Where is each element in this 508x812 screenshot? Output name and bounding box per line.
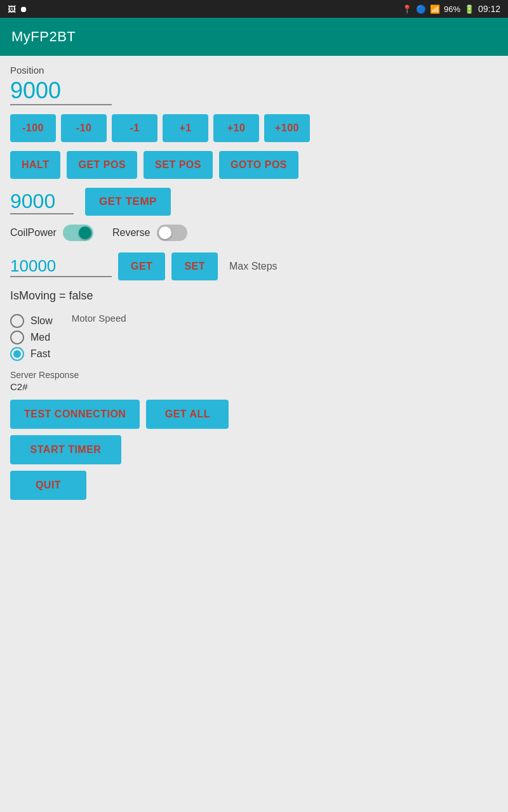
- coilpower-thumb: [79, 226, 91, 239]
- position-value: 9000: [10, 77, 112, 105]
- coilpower-label: CoilPower: [10, 227, 57, 239]
- app-title: MyFP2BT: [11, 29, 76, 45]
- get-pos-button[interactable]: GET POS: [67, 151, 137, 179]
- battery-text: 96%: [444, 4, 460, 14]
- maxsteps-label: Max Steps: [229, 261, 277, 272]
- battery-icon: 🔋: [464, 4, 474, 14]
- toggle-row: CoilPower Reverse: [10, 225, 498, 241]
- get-all-button[interactable]: GET ALL: [146, 400, 229, 429]
- radio-med[interactable]: Med: [10, 331, 53, 344]
- status-bar-right: 📍 🔵 📶 96% 🔋 09:12: [402, 4, 500, 14]
- gallery-icon: 🖼: [8, 4, 16, 14]
- reverse-thumb: [159, 226, 171, 239]
- clock: 09:12: [478, 4, 500, 14]
- get-maxsteps-button[interactable]: GET: [118, 252, 165, 280]
- bottom-buttons-row1: TEST CONNECTION GET ALL: [10, 400, 498, 429]
- location-icon: 📍: [402, 4, 412, 14]
- radio-fast[interactable]: Fast: [10, 347, 53, 361]
- second-position-value: 9000: [10, 189, 74, 214]
- step-minus10-button[interactable]: -10: [61, 114, 107, 142]
- motor-speed-section: Slow Med Fast Motor Speed: [10, 311, 498, 361]
- app-bar: MyFP2BT: [0, 18, 508, 56]
- step-minus1-button[interactable]: -1: [112, 114, 157, 142]
- radio-fast-inner: [13, 350, 21, 358]
- reverse-label: Reverse: [112, 227, 150, 239]
- motor-speed-label: Motor Speed: [72, 313, 126, 324]
- maxsteps-row: GET SET Max Steps: [10, 252, 498, 280]
- reverse-toggle[interactable]: [157, 225, 187, 241]
- position-label: Position: [10, 65, 498, 75]
- maxsteps-input[interactable]: [10, 256, 112, 277]
- server-response-value: C2#: [10, 381, 498, 392]
- wifi-icon: 📶: [430, 4, 440, 14]
- motor-speed-header: Slow Med Fast Motor Speed: [10, 311, 498, 361]
- start-timer-button[interactable]: START TIMER: [10, 435, 121, 464]
- bluetooth-icon: 🔵: [416, 4, 426, 14]
- server-response-label: Server Response: [10, 370, 498, 380]
- halt-button[interactable]: HALT: [10, 151, 60, 179]
- radio-slow-circle: [10, 314, 24, 328]
- radio-fast-label: Fast: [30, 348, 50, 360]
- step-buttons-row: -100 -10 -1 +1 +10 +100: [10, 114, 498, 142]
- screen-record-icon: ⏺: [20, 4, 28, 14]
- reverse-toggle-item: Reverse: [112, 225, 187, 241]
- radio-slow[interactable]: Slow: [10, 314, 53, 328]
- coilpower-toggle[interactable]: [63, 225, 93, 241]
- get-temp-button[interactable]: GET TEMP: [85, 188, 171, 216]
- goto-pos-button[interactable]: GOTO POS: [219, 151, 298, 179]
- pos-temp-row: 9000 GET TEMP: [10, 188, 498, 216]
- coilpower-toggle-item: CoilPower: [10, 225, 93, 241]
- bottom-buttons-row2: START TIMER: [10, 435, 498, 464]
- radio-fast-circle: [10, 347, 24, 361]
- status-bar: 🖼 ⏺ 📍 🔵 📶 96% 🔋 09:12: [0, 0, 508, 18]
- radio-med-label: Med: [30, 332, 50, 343]
- bottom-buttons-row3: QUIT: [10, 471, 498, 500]
- test-connection-button[interactable]: TEST CONNECTION: [10, 400, 140, 429]
- radio-slow-label: Slow: [30, 315, 53, 327]
- quit-button[interactable]: QUIT: [10, 471, 86, 500]
- set-maxsteps-button[interactable]: SET: [171, 252, 218, 280]
- ismoving-text: IsMoving = false: [10, 289, 498, 303]
- motor-speed-radio-group: Slow Med Fast: [10, 314, 53, 361]
- step-plus1-button[interactable]: +1: [163, 114, 208, 142]
- step-plus100-button[interactable]: +100: [264, 114, 310, 142]
- set-pos-button[interactable]: SET POS: [144, 151, 213, 179]
- step-plus10-button[interactable]: +10: [213, 114, 259, 142]
- action-buttons-row: HALT GET POS SET POS GOTO POS: [10, 151, 498, 179]
- step-minus100-button[interactable]: -100: [10, 114, 56, 142]
- radio-med-circle: [10, 331, 24, 344]
- main-content: Position 9000 -100 -10 -1 +1 +10 +100 HA…: [0, 56, 508, 812]
- status-bar-left: 🖼 ⏺: [8, 4, 28, 14]
